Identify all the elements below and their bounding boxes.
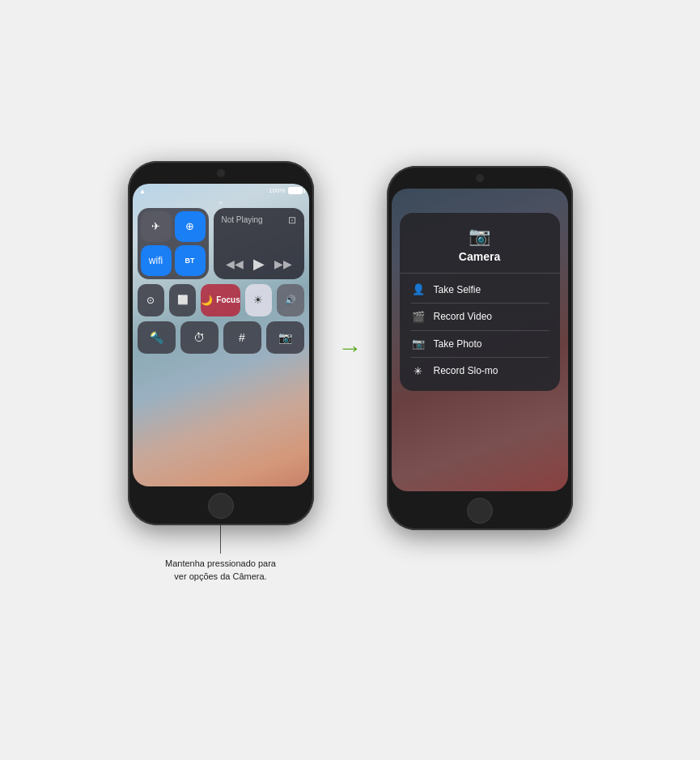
video-icon: 🎬 xyxy=(411,311,426,323)
screen-mirror-button[interactable]: ⬜ xyxy=(169,284,196,316)
photo-label: Take Photo xyxy=(434,338,482,350)
camera-menu-item-photo[interactable]: 📷 Take Photo xyxy=(400,330,560,357)
camera-notch-left xyxy=(217,169,225,177)
battery-fill xyxy=(289,188,302,193)
control-center-grid: ✈ ⊕ wifi BT Not Playing ⊡ xyxy=(138,208,304,482)
media-prev-button[interactable]: ◀◀ xyxy=(226,257,244,270)
focus-label: Focus xyxy=(216,295,240,304)
media-controls: ◀◀ ▶ ▶▶ xyxy=(222,255,296,273)
selfie-icon: 👤 xyxy=(411,283,426,295)
airplay-icon[interactable]: ⊡ xyxy=(288,214,296,226)
network-block[interactable]: ✈ ⊕ wifi BT xyxy=(138,208,209,279)
home-button-right[interactable] xyxy=(467,498,493,524)
cc-row-1: ✈ ⊕ wifi BT Not Playing ⊡ xyxy=(138,208,304,279)
screen-right: 📷 Camera 👤 Take Selfie 🎬 Record Video xyxy=(392,189,568,491)
selfie-label: Take Selfie xyxy=(434,284,482,295)
camera-popup-camera-icon: 📷 xyxy=(469,226,490,247)
media-player-block[interactable]: Not Playing ⊡ ◀◀ ▶ ▶▶ xyxy=(214,208,304,279)
callout-container: Mantenha pressionado paraver opções da C… xyxy=(165,525,276,584)
iphone-left-wrapper: ▲ 100% ˅ xyxy=(128,161,314,584)
slomo-label: Record Slo-mo xyxy=(434,365,498,376)
camera-menu-item-selfie[interactable]: 👤 Take Selfie xyxy=(400,276,560,303)
focus-button[interactable]: 🌙 Focus xyxy=(201,284,240,316)
callout-line xyxy=(220,525,221,554)
arrow-container: → xyxy=(338,334,363,362)
arrow-icon: → xyxy=(338,334,363,362)
focus-moon-icon: 🌙 xyxy=(201,295,213,306)
iphone-right: 📷 Camera 👤 Take Selfie 🎬 Record Video xyxy=(387,166,573,530)
photo-icon: 📷 xyxy=(411,338,426,350)
timer-button[interactable]: ⏱ xyxy=(180,321,218,354)
screen-bg-left: ▲ 100% ˅ xyxy=(133,184,309,486)
camera-menu-item-slomo[interactable]: ✳ Record Slo-mo xyxy=(400,358,560,384)
media-title: Not Playing xyxy=(222,215,263,224)
status-bar-left: ▲ 100% xyxy=(139,187,303,195)
orientation-lock-button[interactable]: ⊙ xyxy=(138,284,164,316)
cc-row-2: ⊙ ⬜ 🌙 Focus ☀ 🔊 xyxy=(138,284,304,316)
bluetooth-button[interactable]: BT xyxy=(175,245,206,276)
battery-percent: 100% xyxy=(269,187,285,194)
camera-popup: 📷 Camera 👤 Take Selfie 🎬 Record Video xyxy=(400,213,560,391)
airdrop-button[interactable]: ⊕ xyxy=(175,211,206,242)
calculator-button[interactable]: # xyxy=(223,321,261,354)
screen-left: ▲ 100% ˅ xyxy=(133,184,309,486)
main-scene: ▲ 100% ˅ xyxy=(128,161,573,584)
volume-button[interactable]: 🔊 xyxy=(277,284,303,316)
media-play-button[interactable]: ▶ xyxy=(253,255,265,273)
slomo-icon: ✳ xyxy=(411,365,426,377)
battery-icon xyxy=(288,187,303,194)
cc-bottom-row: 🔦 ⏱ # 📷 xyxy=(138,321,304,354)
camera-button[interactable]: 📷 xyxy=(266,321,304,354)
callout-text: Mantenha pressionado paraver opções da C… xyxy=(165,557,276,584)
popup-divider-top xyxy=(400,273,560,274)
wifi-status-icon: ▲ xyxy=(139,187,146,195)
iphone-left: ▲ 100% ˅ xyxy=(128,161,314,525)
iphone-right-wrapper: 📷 Camera 👤 Take Selfie 🎬 Record Video xyxy=(387,166,573,530)
media-header: Not Playing ⊡ xyxy=(222,214,296,226)
camera-notch-right xyxy=(476,174,484,182)
camera-popup-title: Camera xyxy=(459,250,500,263)
media-next-button[interactable]: ▶▶ xyxy=(274,257,292,270)
home-button-left[interactable] xyxy=(208,493,234,519)
status-right: 100% xyxy=(269,187,302,194)
flashlight-button[interactable]: 🔦 xyxy=(138,321,176,354)
video-label: Record Video xyxy=(434,311,493,322)
brightness-button[interactable]: ☀ xyxy=(245,284,272,316)
wifi-button[interactable]: wifi xyxy=(141,245,172,276)
airplane-mode-button[interactable]: ✈ xyxy=(141,211,172,242)
camera-menu-item-video[interactable]: 🎬 Record Video xyxy=(400,304,560,330)
